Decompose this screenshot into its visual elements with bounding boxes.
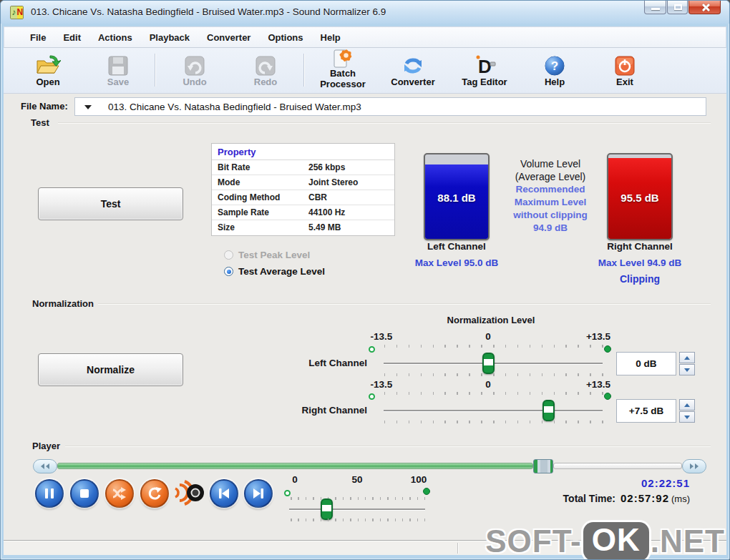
menu-playback[interactable]: Playback: [141, 29, 198, 46]
left-spin-up-button[interactable]: [679, 352, 695, 363]
table-row: Size 5.49 MB: [212, 220, 394, 235]
toolbar-help-button[interactable]: ? Help: [520, 51, 589, 87]
watermark-part1: SOFT-: [485, 524, 582, 559]
shuffle-button[interactable]: [105, 479, 134, 508]
total-time-value: 02:57:92: [620, 492, 669, 504]
test-group-line: [58, 122, 711, 123]
left-slider-max-dot-icon: [604, 345, 611, 353]
toolbar-separator: [303, 54, 304, 87]
speaker-icon: [173, 478, 206, 508]
progress-bar-remaining[interactable]: [553, 463, 682, 469]
menu-converter[interactable]: Converter: [198, 29, 259, 46]
property-table-header: Property: [212, 144, 394, 160]
app-icon: ♪ N: [10, 6, 24, 19]
volume-0-label: 0: [278, 474, 311, 485]
progress-thumb[interactable]: [533, 459, 553, 473]
next-track-button[interactable]: [244, 479, 273, 508]
left-spin-down-button[interactable]: [679, 364, 695, 375]
redo-icon: [231, 51, 300, 77]
undo-icon: [160, 51, 229, 77]
volume-button[interactable]: [173, 478, 206, 508]
radio-test-peak-level[interactable]: Test Peak Level: [224, 250, 310, 260]
chevron-right-icon: [690, 463, 694, 469]
stop-icon: [79, 488, 90, 499]
left-slider-lower-ticks: [384, 373, 603, 376]
progress-right-cap[interactable]: [682, 459, 706, 473]
right-max-level: Max Level 94.9 dB: [568, 257, 711, 268]
watermark-ok-badge: OK: [583, 522, 649, 560]
file-name-value: 013. Chicane Vs. Natasha Bedingfield - B…: [108, 102, 361, 112]
toolbar-save-button[interactable]: Save: [84, 51, 152, 87]
repeat-button[interactable]: [140, 479, 169, 508]
chevron-left-icon: [41, 463, 44, 469]
property-table: Property Bit Rate 256 kbps Mode Joint St…: [211, 143, 395, 236]
table-row: Sample Rate 44100 Hz: [212, 205, 394, 220]
progress-left-cap[interactable]: [33, 459, 57, 473]
toolbar-open-button[interactable]: Open: [14, 51, 82, 87]
right-spin-up-button[interactable]: [679, 399, 695, 411]
save-floppy-icon: [84, 51, 152, 77]
file-name-combobox[interactable]: 013. Chicane Vs. Natasha Bedingfield - B…: [74, 97, 706, 116]
right-slider-thumb[interactable]: [542, 400, 555, 421]
chevron-right-icon: [695, 463, 699, 469]
right-slider-max-label: +13.5: [582, 379, 615, 390]
right-channel-slider[interactable]: [384, 410, 603, 411]
right-spin-down-button[interactable]: [679, 411, 695, 423]
status-bar-separator: [457, 543, 458, 554]
toolbar-exit-button[interactable]: Exit: [590, 51, 659, 87]
left-db-spinbox[interactable]: 0 dB: [616, 352, 676, 375]
menu-file[interactable]: File: [21, 29, 54, 46]
volume-100-label: 100: [402, 474, 435, 485]
total-time-unit: (ms): [671, 493, 690, 504]
maximize-button[interactable]: [667, 1, 688, 14]
volume-slider-thumb[interactable]: [321, 498, 333, 520]
left-slider-upper-ticks: [384, 345, 603, 348]
menu-actions[interactable]: Actions: [89, 29, 141, 46]
left-slider-min-dot-icon: [369, 346, 375, 353]
right-db-spinbox[interactable]: +7.5 dB: [616, 399, 676, 423]
volume-max-dot-icon: [423, 488, 430, 495]
progress-bar-filled[interactable]: [57, 463, 533, 469]
toolbar-redo-button[interactable]: Redo: [231, 51, 300, 87]
table-row: Mode Joint Stereo: [212, 175, 394, 190]
left-slider-min-label: -13.5: [365, 331, 398, 342]
left-slider-zero-label: 0: [472, 331, 505, 342]
app-icon-note: ♪: [11, 6, 17, 19]
previous-track-button[interactable]: [210, 479, 238, 508]
pause-button[interactable]: [35, 479, 64, 508]
right-slider-zero-label: 0: [472, 379, 505, 390]
total-time-label: Total Time:: [563, 493, 615, 504]
minimize-button[interactable]: [644, 1, 666, 14]
toolbar-tag-editor-button[interactable]: D Tag Editor: [450, 51, 519, 87]
batch-gear-document-icon: [308, 51, 377, 68]
volume-upper-ticks: [291, 497, 425, 500]
left-slider-max-label: +13.5: [582, 331, 615, 342]
radio-test-average-level[interactable]: Test Average Level: [224, 266, 325, 277]
chevron-down-icon[interactable]: [84, 105, 92, 109]
toolbar-batch-processor-button[interactable]: Batch Processor: [308, 51, 377, 89]
clipping-label: Clipping: [583, 273, 697, 285]
arrow-down-icon: [684, 416, 690, 419]
right-slider-lower-ticks: [384, 421, 603, 423]
right-channel-label: Right Channel: [583, 241, 697, 252]
left-slider-thumb[interactable]: [482, 353, 495, 374]
right-slider-min-dot-icon: [369, 393, 375, 400]
normalize-button[interactable]: Normalize: [38, 353, 183, 386]
help-question-icon: ?: [520, 51, 589, 77]
toolbar-converter-button[interactable]: Converter: [379, 51, 447, 87]
next-track-icon: [252, 488, 265, 499]
menu-edit[interactable]: Edit: [54, 29, 89, 46]
tag-editor-icon: D: [450, 51, 519, 77]
volume-slider[interactable]: [289, 509, 425, 510]
stop-button[interactable]: [70, 479, 99, 508]
arrow-up-icon: [684, 356, 690, 360]
normalization-group-label: Normalization: [32, 298, 94, 309]
menu-options[interactable]: Options: [259, 29, 311, 46]
right-channel-meter: 95.5 dB: [607, 153, 673, 240]
menu-help[interactable]: Help: [312, 29, 349, 46]
test-button[interactable]: Test: [38, 187, 183, 220]
toolbar-undo-button[interactable]: Undo: [160, 51, 229, 87]
arrow-up-icon: [684, 403, 690, 407]
right-slider-upper-ticks: [384, 392, 603, 395]
close-button[interactable]: [688, 1, 721, 14]
